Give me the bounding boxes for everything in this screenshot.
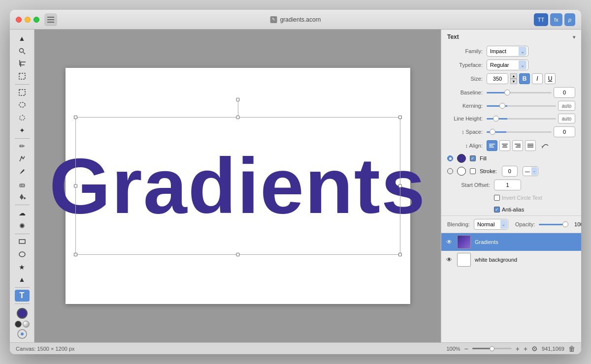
fill-color-dot[interactable] [457, 154, 466, 163]
tool-marquee-rect[interactable] [15, 87, 30, 98]
tool-fill[interactable] [15, 191, 30, 203]
svg-point-8 [21, 156, 22, 158]
handle-ml[interactable] [74, 184, 77, 188]
tool-crop[interactable] [15, 58, 30, 69]
anti-alias-checkbox[interactable] [494, 207, 500, 212]
layer-item-white-bg[interactable]: 👁 white background [441, 251, 581, 269]
zoom-minus-btn[interactable]: − [464, 345, 468, 353]
stroke-type-dropdown[interactable]: — [523, 166, 538, 176]
size-step-down[interactable]: ▼ [510, 79, 517, 84]
tool-text[interactable]: T [15, 290, 30, 302]
layer-eye-white-bg[interactable]: 👁 [445, 256, 453, 264]
titlebar: ✎ gradients.acorn TT fx p [10, 10, 581, 30]
handle-tl[interactable] [74, 116, 77, 119]
tool-eraser[interactable] [15, 179, 30, 190]
align-center-btn[interactable] [499, 140, 510, 151]
space-row: ↕ Space: [441, 125, 581, 139]
delete-icon[interactable]: 🗑 [568, 345, 575, 353]
space-input[interactable] [554, 126, 575, 137]
family-dropdown[interactable]: Impact [487, 46, 528, 57]
fill-radio[interactable] [447, 155, 453, 161]
fill-checkbox[interactable] [470, 155, 476, 161]
start-offset-input[interactable] [494, 180, 521, 190]
space-slider[interactable] [487, 131, 552, 133]
statusbar-gear-icon[interactable]: ⚙ [531, 345, 538, 353]
baseline-slider[interactable] [487, 92, 552, 93]
color-picker-btn[interactable] [17, 329, 28, 339]
tool-sun[interactable]: ✺ [15, 220, 30, 232]
handle-bl[interactable] [74, 253, 77, 256]
kerning-row: Kerning: auto [441, 99, 581, 112]
blending-mode-wrapper: Normal ⌄ [474, 219, 508, 230]
tool-shape-ellipse[interactable] [15, 248, 30, 260]
stroke-checkbox[interactable] [470, 168, 476, 174]
layer-thumb-white-content [458, 253, 470, 266]
selection-box [75, 117, 400, 255]
tool-lasso[interactable] [15, 112, 30, 123]
typeface-dropdown[interactable]: Regular [487, 60, 528, 70]
stroke-color-dot[interactable] [457, 167, 466, 176]
tool-brush[interactable] [15, 166, 30, 178]
invert-circle-label: Invert Circle Text [502, 195, 542, 201]
statusbar-plus-icon[interactable]: + [524, 345, 527, 353]
svg-rect-1 [47, 19, 54, 20]
opacity-slider[interactable] [539, 224, 568, 225]
tool-marquee-ellipse[interactable] [15, 99, 30, 111]
stroke-input[interactable] [502, 166, 518, 177]
tool-pencil[interactable]: ✏ [15, 141, 30, 152]
tool-cloud[interactable]: ☁ [15, 207, 30, 219]
fullscreen-button[interactable] [33, 17, 39, 23]
tool-zoom[interactable] [15, 45, 30, 57]
color-option-2[interactable] [23, 321, 30, 328]
text-panel-section: Text ▾ Family: Impact ⌄ [441, 30, 581, 216]
baseline-input[interactable] [554, 87, 575, 98]
size-step-up[interactable]: ▲ [510, 73, 517, 79]
foreground-color-swatch[interactable] [17, 308, 28, 319]
layer-item-gradients[interactable]: 👁 Gradients [441, 233, 581, 251]
sidebar-toggle-button[interactable] [44, 13, 57, 26]
canvas-area[interactable]: Gradients [34, 30, 441, 342]
italic-btn[interactable]: I [532, 73, 543, 84]
svg-rect-9 [20, 184, 25, 187]
handle-tc[interactable] [236, 116, 239, 119]
underline-btn[interactable]: U [545, 73, 556, 84]
kerning-slider[interactable] [487, 105, 556, 107]
handle-br[interactable] [398, 253, 402, 256]
invert-circle-row: Invert Circle Text [441, 192, 581, 204]
line-height-slider[interactable] [487, 118, 556, 120]
stroke-radio[interactable] [447, 168, 453, 174]
align-left-btn[interactable] [487, 140, 497, 151]
handle-tr[interactable] [398, 116, 402, 119]
fx-btn[interactable]: fx [550, 13, 562, 26]
layer-eye-gradients[interactable]: 👁 [445, 238, 453, 246]
color-option-1[interactable] [15, 321, 22, 328]
blending-mode-dropdown[interactable]: Normal [474, 219, 508, 230]
align-right-btn[interactable] [512, 140, 523, 151]
handle-top-mid[interactable] [236, 98, 239, 101]
tool-shape-star[interactable]: ★ [15, 261, 30, 273]
params-btn[interactable]: p [564, 13, 575, 26]
text-on-path-btn[interactable]: T [540, 140, 551, 151]
tool-arrow[interactable]: ▲ [15, 32, 30, 44]
align-justify-btn[interactable] [525, 140, 536, 151]
fill-label: Fill [480, 155, 487, 161]
opacity-value: 100% [572, 221, 581, 227]
invert-circle-checkbox[interactable] [494, 195, 500, 201]
close-button[interactable] [16, 17, 22, 23]
zoom-plus-btn[interactable]: + [516, 345, 520, 353]
zoom-slider[interactable] [472, 348, 512, 349]
panel-collapse-icon[interactable]: ▾ [573, 34, 575, 40]
size-input[interactable] [487, 73, 508, 84]
layer-thumb-gradients [457, 235, 471, 249]
handle-mr[interactable] [398, 184, 402, 188]
text-tool-btn[interactable]: TT [534, 13, 548, 26]
handle-bc[interactable] [236, 253, 239, 256]
tool-shape-rect[interactable] [15, 236, 30, 247]
tool-magic-wand[interactable]: ✦ [15, 124, 30, 136]
tool-vector-pen[interactable] [15, 153, 30, 165]
tool-transform[interactable] [15, 70, 30, 82]
tool-shape-polygon[interactable]: ▲ [15, 274, 30, 286]
minimize-button[interactable] [25, 17, 31, 23]
bold-btn[interactable]: B [519, 73, 530, 84]
panel-header-text: Text ▾ [441, 30, 581, 44]
